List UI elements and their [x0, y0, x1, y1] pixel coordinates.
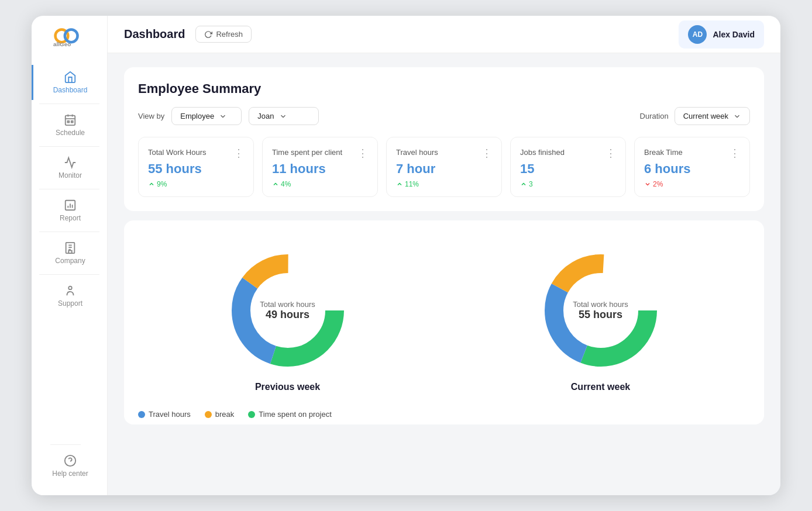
duration-label: Duration — [640, 112, 669, 120]
more-options-icon[interactable]: ⋮ — [481, 148, 492, 158]
donut-center-label: Total work hours — [260, 300, 315, 309]
stat-change-value: 11% — [405, 180, 419, 188]
stat-label: Travel hours — [396, 148, 438, 157]
nav-divider — [39, 103, 99, 104]
user-initials: AD — [693, 30, 703, 39]
nav-divider — [39, 146, 99, 147]
more-options-icon[interactable]: ⋮ — [357, 148, 368, 158]
sidebar-item-report[interactable]: Report — [32, 193, 107, 228]
view-by-label: View by — [138, 112, 164, 120]
view-by-value: Employee — [180, 112, 214, 120]
refresh-button[interactable]: Refresh — [195, 26, 252, 43]
svg-point-18 — [68, 286, 72, 290]
stat-card-travel-hours: Travel hours ⋮ 7 hour 11% — [386, 137, 502, 197]
stat-card-time-per-client: Time spent per client ⋮ 11 hours 4% — [262, 137, 378, 197]
duration-group: Duration Current week — [640, 107, 750, 125]
stat-value: 7 hour — [396, 161, 492, 177]
arrow-down-icon — [644, 181, 651, 188]
stat-card-header: Break Time ⋮ — [644, 148, 740, 161]
stat-card-jobs-finished: Jobs finished ⋮ 15 3 — [510, 137, 626, 197]
sidebar-item-help[interactable]: Help center — [50, 448, 88, 484]
page-title: Dashboard — [124, 27, 185, 41]
legend-item-project: Time spent on project — [248, 410, 332, 419]
view-by-dropdown[interactable]: Employee — [171, 107, 242, 125]
legend-item-break: break — [205, 410, 235, 419]
more-options-icon[interactable]: ⋮ — [730, 148, 740, 158]
stat-change: 2% — [644, 180, 740, 188]
nav-divider — [39, 274, 99, 275]
stat-value: 55 hours — [148, 161, 244, 177]
chevron-down-icon — [733, 112, 741, 120]
duration-dropdown[interactable]: Current week — [675, 107, 750, 125]
stat-card-header: Time spent per client ⋮ — [272, 148, 368, 161]
employee-dropdown[interactable]: Joan — [249, 107, 319, 125]
legend-dot-project — [248, 411, 255, 418]
header: Dashboard Refresh AD Alex David — [108, 16, 780, 53]
chart-title: Current week — [571, 382, 630, 392]
stat-change: 4% — [272, 180, 368, 188]
section-title: Employee Summary — [138, 81, 750, 96]
sidebar-item-label: Support — [58, 299, 82, 308]
chart-title: Previous week — [255, 382, 320, 392]
charts-section: Total work hours 49 hours Previous week — [124, 220, 764, 424]
arrow-up-icon — [148, 181, 155, 188]
sidebar-item-dashboard[interactable]: Dashboard — [32, 65, 107, 100]
main-content: Dashboard Refresh AD Alex David Employee… — [108, 16, 780, 495]
stat-card-header: Jobs finished ⋮ — [520, 148, 616, 161]
chart-previous-week: Total work hours 49 hours Previous week — [136, 232, 439, 404]
stat-card-header: Travel hours ⋮ — [396, 148, 492, 161]
donut-center-value: 55 hours — [573, 309, 628, 321]
donut-center-previous: Total work hours 49 hours — [260, 300, 315, 321]
duration-value: Current week — [683, 112, 728, 120]
nav-divider — [50, 444, 81, 445]
stat-card-break-time: Break Time ⋮ 6 hours 2% — [634, 137, 750, 197]
stat-label: Total Work Hours — [148, 148, 206, 157]
nav-divider — [39, 189, 99, 189]
stat-change-value: 4% — [281, 180, 291, 188]
logo: allGeo — [51, 26, 88, 49]
chart-current-week: Total work hours 55 hours Current week — [449, 232, 752, 404]
refresh-label: Refresh — [216, 30, 243, 39]
nav-bottom: Help center — [50, 441, 88, 484]
stat-change: 3 — [520, 180, 616, 188]
sidebar-item-label: Help center — [52, 469, 88, 478]
stat-change: 11% — [396, 180, 492, 188]
donut-center-label: Total work hours — [573, 300, 628, 309]
svg-rect-8 — [71, 121, 73, 123]
legend-label: Travel hours — [149, 410, 191, 419]
stats-row: Total Work Hours ⋮ 55 hours 9% Time spen… — [138, 137, 750, 197]
refresh-icon — [204, 30, 212, 39]
stat-label: Break Time — [644, 148, 683, 157]
stat-label: Jobs finished — [520, 148, 565, 157]
legend-dot-break — [205, 411, 212, 418]
more-options-icon[interactable]: ⋮ — [233, 148, 244, 158]
employee-value: Joan — [257, 112, 274, 120]
sidebar-item-label: Company — [55, 257, 85, 265]
sidebar-item-company[interactable]: Company — [32, 236, 107, 271]
sidebar-item-label: Dashboard — [53, 86, 88, 94]
avatar: AD — [688, 25, 707, 44]
donut-center-value: 49 hours — [260, 309, 315, 321]
more-options-icon[interactable]: ⋮ — [605, 148, 616, 158]
sidebar: allGeo Dashboard Schedule Monitor — [32, 16, 108, 495]
filters-row: View by Employee Joan Duration Current w… — [138, 107, 750, 125]
stat-card-total-work-hours: Total Work Hours ⋮ 55 hours 9% — [138, 137, 254, 197]
donut-center-current: Total work hours 55 hours — [573, 300, 628, 321]
user-name: Alex David — [713, 30, 755, 39]
sidebar-item-label: Monitor — [59, 171, 82, 179]
svg-rect-17 — [68, 251, 72, 254]
legend-item-travel: Travel hours — [138, 410, 191, 419]
sidebar-item-support[interactable]: Support — [32, 278, 107, 313]
sidebar-item-monitor[interactable]: Monitor — [32, 150, 107, 185]
svg-rect-3 — [66, 116, 75, 126]
chevron-down-icon — [279, 112, 287, 120]
stat-value: 6 hours — [644, 161, 740, 177]
employee-summary-card: Employee Summary View by Employee Joan D… — [124, 67, 764, 211]
sidebar-item-label: Report — [60, 214, 81, 222]
stat-value: 15 — [520, 161, 616, 177]
donut-chart-current: Total work hours 55 hours — [536, 246, 665, 375]
content-area: Employee Summary View by Employee Joan D… — [108, 53, 780, 495]
nav-divider — [39, 232, 99, 232]
sidebar-item-schedule[interactable]: Schedule — [32, 108, 107, 143]
legend-bar: Travel hours break Time spent on project — [124, 404, 764, 424]
